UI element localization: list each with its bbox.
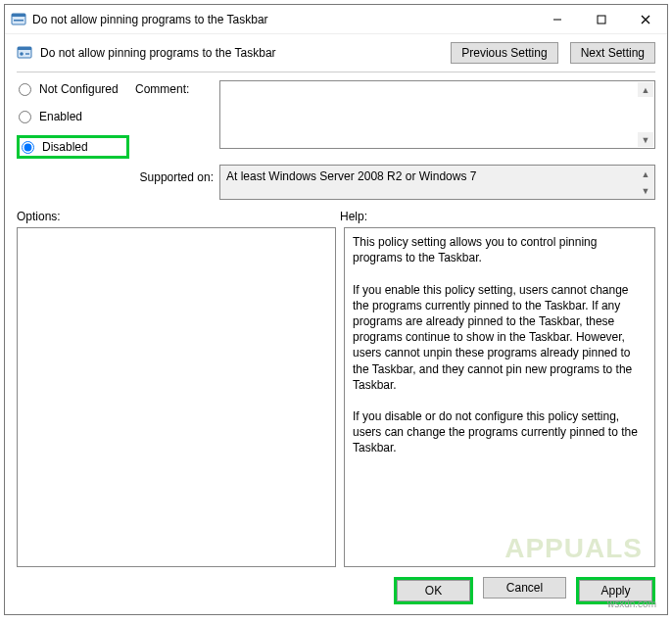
state-radio-group: Not Configured Enabled Disabled [17,80,129,159]
help-p1: This policy setting allows you to contro… [353,234,647,265]
highlight-apply: Apply [576,577,655,604]
svg-rect-2 [14,20,24,22]
svg-rect-1 [12,14,25,17]
svg-rect-4 [598,16,605,24]
svg-point-9 [20,52,24,56]
radio-enabled-input[interactable] [19,111,31,123]
radio-disabled-label: Disabled [42,140,88,154]
radio-disabled[interactable]: Disabled [20,138,90,156]
window-title: Do not allow pinning programs to the Tas… [32,13,535,26]
scroll-down-icon[interactable]: ▼ [638,183,653,198]
supported-on-text: At least Windows Server 2008 R2 or Windo… [226,169,476,183]
scroll-up-icon[interactable]: ▲ [638,167,653,181]
cancel-button[interactable]: Cancel [483,577,566,599]
minimize-button[interactable] [535,5,579,33]
help-p3: If you disable or do not configure this … [353,408,647,456]
window-controls [535,5,667,33]
radio-not-configured[interactable]: Not Configured [17,80,129,98]
svg-rect-8 [18,47,31,50]
supported-on-box: At least Windows Server 2008 R2 or Windo… [219,165,655,200]
supported-label: Supported on: [135,165,214,184]
mid-labels: Options: Help: [5,200,667,227]
radio-not-configured-input[interactable] [19,83,31,96]
maximize-button[interactable] [579,5,623,33]
scroll-down-icon[interactable]: ▼ [638,132,653,147]
policy-title: Do not allow pinning programs to the Tas… [40,46,443,60]
close-button[interactable] [623,5,667,33]
bottom-bar: OK Cancel Apply [5,567,667,614]
policy-icon [11,12,26,27]
next-setting-button[interactable]: Next Setting [570,42,655,64]
comment-textarea[interactable]: ▲ ▼ [219,80,655,149]
apply-button[interactable]: Apply [579,580,652,601]
highlight-disabled: Disabled [17,135,129,159]
radio-not-configured-label: Not Configured [39,82,119,96]
ok-button[interactable]: OK [397,580,470,601]
dialog-window: Do not allow pinning programs to the Tas… [4,4,668,615]
titlebar: Do not allow pinning programs to the Tas… [5,5,667,34]
help-p2: If you enable this policy setting, users… [353,282,647,393]
options-box[interactable] [17,227,336,567]
mid-area: This policy setting allows you to contro… [5,227,667,567]
settings-icon [17,45,32,61]
options-label: Options: [17,210,340,223]
scroll-up-icon[interactable]: ▲ [638,82,653,97]
radio-enabled-label: Enabled [39,110,82,123]
help-box[interactable]: This policy setting allows you to contro… [344,227,655,567]
separator [17,72,655,72]
highlight-ok: OK [394,577,473,604]
radio-disabled-input[interactable] [22,141,34,154]
radio-enabled[interactable]: Enabled [17,108,129,125]
config-grid: Not Configured Enabled Disabled Comment:… [5,80,667,200]
previous-setting-button[interactable]: Previous Setting [451,42,557,64]
comment-label: Comment: [135,80,214,96]
help-label: Help: [340,210,367,223]
header: Do not allow pinning programs to the Tas… [5,34,667,68]
